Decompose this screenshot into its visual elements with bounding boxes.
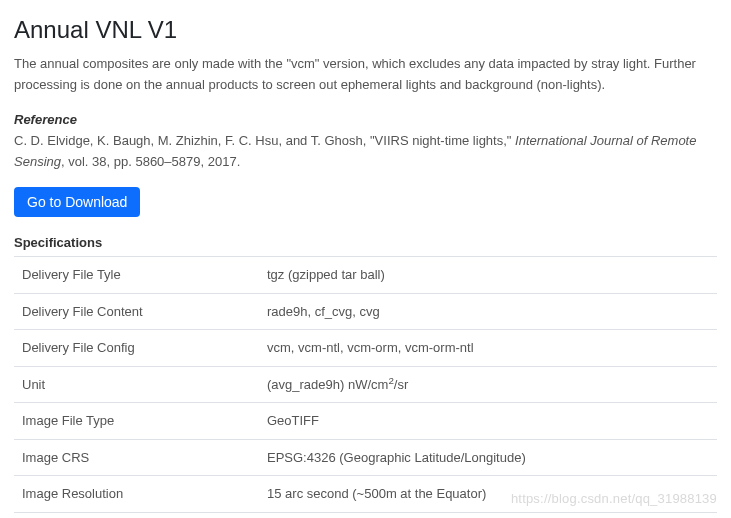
- spec-label: Delivery File Tyle: [14, 257, 259, 294]
- spec-value: Yes: [259, 512, 717, 518]
- description-text: The annual composites are only made with…: [14, 54, 717, 96]
- spec-value: rade9h, cf_cvg, cvg: [259, 293, 717, 330]
- table-row: Delivery File Contentrade9h, cf_cvg, cvg: [14, 293, 717, 330]
- spec-label: Delivery File Config: [14, 330, 259, 367]
- reference-block: Reference C. D. Elvidge, K. Baugh, M. Zh…: [14, 110, 717, 173]
- spec-value: vcm, vcm-ntl, vcm-orm, vcm-orm-ntl: [259, 330, 717, 367]
- table-row: Delivery File Tyletgz (gzipped tar ball): [14, 257, 717, 294]
- specifications-table: Delivery File Tyletgz (gzipped tar ball)…: [14, 256, 717, 518]
- table-row: Unit(avg_rade9h) nW/cm2/sr: [14, 366, 717, 403]
- table-row: TiledYes: [14, 512, 717, 518]
- table-row: Image File TypeGeoTIFF: [14, 403, 717, 440]
- table-row: Image Resolution15 arc second (~500m at …: [14, 476, 717, 513]
- spec-label: Unit: [14, 366, 259, 403]
- page-title: Annual VNL V1: [14, 12, 717, 48]
- reference-rest: , vol. 38, pp. 5860–5879, 2017.: [61, 154, 240, 169]
- reference-label: Reference: [14, 110, 717, 130]
- spec-label: Image CRS: [14, 439, 259, 476]
- spec-label: Image File Type: [14, 403, 259, 440]
- spec-label: Tiled: [14, 512, 259, 518]
- reference-paper-title: "VIIRS night-time lights,": [370, 133, 511, 148]
- table-row: Delivery File Configvcm, vcm-ntl, vcm-or…: [14, 330, 717, 367]
- specifications-heading: Specifications: [14, 233, 717, 253]
- spec-value: tgz (gzipped tar ball): [259, 257, 717, 294]
- spec-value: 15 arc second (~500m at the Equator): [259, 476, 717, 513]
- spec-value: EPSG:4326 (Geographic Latitude/Longitude…: [259, 439, 717, 476]
- table-row: Image CRSEPSG:4326 (Geographic Latitude/…: [14, 439, 717, 476]
- spec-label: Image Resolution: [14, 476, 259, 513]
- spec-value: GeoTIFF: [259, 403, 717, 440]
- reference-authors: C. D. Elvidge, K. Baugh, M. Zhizhin, F. …: [14, 133, 366, 148]
- download-button[interactable]: Go to Download: [14, 187, 140, 217]
- reference-text: C. D. Elvidge, K. Baugh, M. Zhizhin, F. …: [14, 133, 696, 169]
- spec-value: (avg_rade9h) nW/cm2/sr: [259, 366, 717, 403]
- spec-label: Delivery File Content: [14, 293, 259, 330]
